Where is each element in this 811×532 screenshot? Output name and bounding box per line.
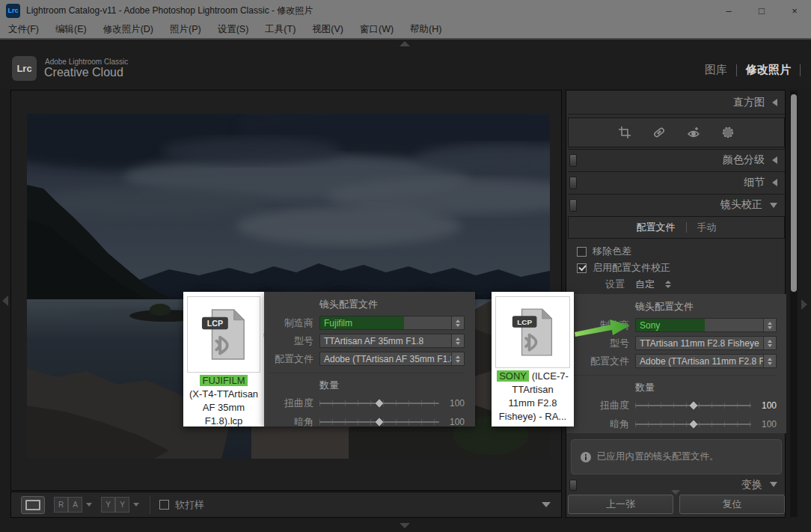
soft-proofing-checkbox[interactable] [159,500,169,510]
close-button[interactable]: × [778,0,811,21]
split-left-button[interactable]: Y [101,497,115,513]
menu-settings[interactable]: 设置(S) [209,23,257,36]
stepper-icon[interactable] [763,355,776,367]
stepper-icon[interactable] [763,319,776,331]
panel-scroll-arrow-icon[interactable] [671,490,680,495]
model-label: 型号 [269,334,313,348]
menu-help[interactable]: 帮助(H) [402,23,450,36]
profile-dropdown[interactable]: Adobe (TTArtisan 11mm F2.8 Fis... [635,354,777,368]
panel-scrollbar-thumb[interactable] [791,94,797,292]
menu-view[interactable]: 视图(V) [304,23,352,36]
model-dropdown[interactable]: TTArtisan 11mm F2.8 Fisheye [635,336,777,350]
minimize-button[interactable]: – [712,0,745,21]
vignette-label: 暗角 [269,415,313,429]
model-dropdown[interactable]: TTArtisan AF 35mm F1.8 [319,334,465,348]
profile-value: Adobe (TTArtisan 11mm F2.8 Fis... [640,356,777,367]
tab-manual[interactable]: 手动 [697,221,717,234]
remove-ca-checkbox[interactable] [577,247,587,257]
make-label: 制造商 [269,317,313,330]
panel-divider [568,114,785,114]
vignette-slider[interactable] [319,418,439,426]
lens-corrections-panel-header[interactable]: 镜头校正 [566,195,786,215]
after-view-button[interactable]: A [68,497,82,513]
detail-panel-header[interactable]: 细节 [566,172,786,193]
vignette-value: 100 [439,417,465,427]
vignette-row: 暗角 100 [269,415,465,429]
sony-lcp-file[interactable]: LCP [495,296,570,368]
red-eye-tool-icon[interactable] [686,125,701,140]
enable-profile-row: 启用配置文件校正 [577,261,670,275]
collapse-arrow-icon [772,179,777,186]
tab-divider [686,222,687,233]
lcp-file-icon: LCP [511,306,554,358]
menu-file[interactable]: 文件(F) [0,23,47,36]
setup-value-dropdown[interactable]: 自定 [635,278,655,291]
color-grading-title: 颜色分级 [723,153,765,167]
distortion-row: 扭曲度 100 [571,399,777,412]
histogram-title: 直方图 [733,96,765,109]
enable-profile-checkbox[interactable] [577,263,587,273]
before-after-dropdown-icon[interactable] [86,503,92,507]
distortion-slider[interactable] [319,399,439,408]
color-grading-panel-header[interactable]: 颜色分级 [566,150,786,171]
vignette-value: 100 [751,419,777,429]
collapse-arrow-icon [770,482,777,487]
stepper-icon[interactable] [451,334,464,347]
setup-stepper-icon[interactable] [665,281,671,288]
profile-dropdown[interactable]: Adobe (TTArtisan AF 35mm F1.8,... [319,352,465,366]
app-title: Creative Cloud [44,66,123,79]
title-bar: Lrc Lightroom Catalog-v11 - Adobe Photos… [0,0,811,21]
fuji-lcp-card: LCP FUJIFILM (X-T4-TTArtisan AF 35mm F1.… [183,292,264,426]
stepper-icon[interactable] [763,337,776,349]
toolbar-options-arrow-icon[interactable] [542,502,551,507]
previous-button[interactable]: 上一张 [568,495,673,514]
vignette-slider[interactable] [635,420,751,429]
profile-row: 配置文件 Adobe (TTArtisan 11mm F2.8 Fis... [571,354,777,368]
transform-panel-header[interactable]: 变换 [566,478,786,491]
fuji-lcp-file[interactable]: LCP [187,296,260,373]
expanded-arrow-icon [770,203,777,208]
menu-photo[interactable]: 照片(P) [162,23,209,36]
make-value-highlighted: Sony [636,319,705,332]
stepper-icon[interactable] [451,352,464,365]
reset-button[interactable]: 复位 [679,495,785,514]
fuji-highlight: FUJIFILM [200,375,247,386]
make-dropdown[interactable]: Fujifilm [319,316,465,330]
tab-profile[interactable]: 配置文件 [637,221,676,234]
enable-profile-label: 启用配置文件校正 [593,261,670,275]
toolbar-divider [150,496,150,514]
crop-tool-icon[interactable] [617,125,632,140]
amount-section: 数量 扭曲度 100 暗角 100 [571,375,777,431]
before-view-button[interactable]: R [54,497,68,513]
lens-corrections-tabs: 配置文件 手动 [568,216,785,239]
menu-edit[interactable]: 编辑(E) [47,23,95,36]
module-develop[interactable]: 修改照片 [746,63,791,77]
amount-section: 数量 扭曲度 100 暗角 100 [269,373,465,429]
stepper-icon[interactable] [451,317,464,329]
masking-tool-icon[interactable] [720,125,735,140]
svg-text:LCP: LCP [207,319,223,328]
loupe-view-button[interactable] [21,496,45,514]
filmstrip-collapse-arrow-icon[interactable] [400,523,410,528]
module-picker: 图库 修改照片 [705,63,801,77]
top-panel-collapse-arrow-icon[interactable] [400,41,410,46]
distortion-slider[interactable] [635,401,751,410]
maximize-button[interactable]: □ [745,0,778,21]
menu-tools[interactable]: 工具(T) [257,23,304,36]
module-library[interactable]: 图库 [705,63,727,77]
svg-text:LCP: LCP [517,318,532,326]
make-dropdown[interactable]: Sony [635,318,777,332]
histogram-panel-header[interactable]: 直方图 [566,92,786,113]
menu-develop[interactable]: 修改照片(D) [95,23,162,36]
menu-window[interactable]: 窗口(W) [352,23,402,36]
detail-title: 细节 [744,176,765,189]
left-panel-expand-arrow-icon[interactable] [2,296,8,306]
collapse-arrow-icon [772,99,777,106]
split-view-dropdown-icon[interactable] [133,503,139,507]
transform-title: 变换 [741,478,762,491]
split-right-button[interactable]: Y [115,497,129,513]
sony-highlight: SONY [497,370,529,382]
right-panel-expand-arrow-icon[interactable] [801,299,807,310]
healing-tool-icon[interactable] [652,125,667,140]
profile-row: 配置文件 Adobe (TTArtisan AF 35mm F1.8,... [269,352,465,366]
